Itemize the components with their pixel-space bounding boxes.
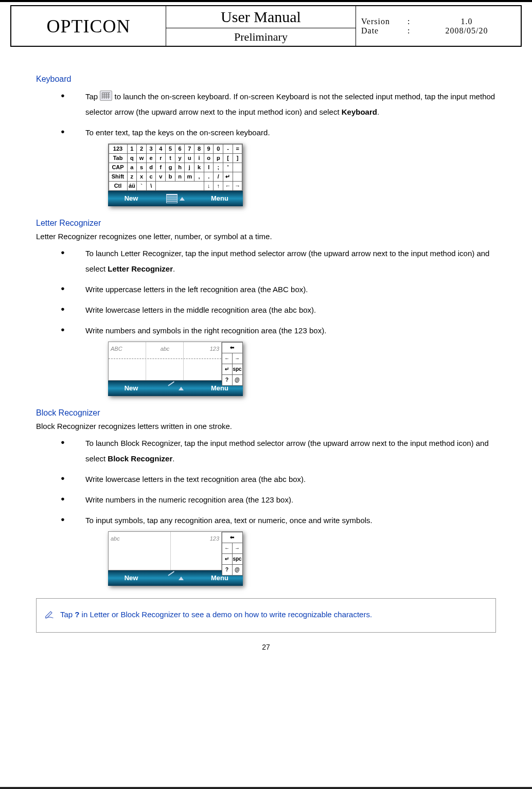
- meta-cell: Version : 1.0 Date : 2008/05/20: [356, 6, 522, 46]
- key[interactable]: Shift: [109, 172, 128, 182]
- key[interactable]: →: [233, 181, 243, 191]
- key[interactable]: 7: [184, 144, 194, 154]
- keyboard-icon: [100, 91, 112, 101]
- key[interactable]: \: [146, 181, 156, 191]
- key[interactable]: b: [165, 172, 175, 182]
- softkey-menu[interactable]: Menu: [197, 192, 243, 205]
- bullet-keyboard-launch: Tap to launch the on-screen keyboard. If…: [61, 89, 496, 120]
- key[interactable]: 9: [204, 144, 214, 154]
- key[interactable]: l: [204, 163, 214, 172]
- key[interactable]: ;: [213, 163, 223, 172]
- softkey-menu[interactable]: Menu: [197, 382, 243, 395]
- key[interactable]: 2: [136, 144, 147, 154]
- key[interactable]: `: [136, 181, 147, 191]
- key[interactable]: w: [136, 153, 147, 163]
- key[interactable]: k: [194, 163, 204, 172]
- key[interactable]: áü: [127, 181, 137, 191]
- recognizer-side-keys: ⬅ ← → ↵ spc ? @: [222, 342, 242, 380]
- key[interactable]: 0: [213, 144, 223, 154]
- key[interactable]: Tab: [109, 153, 128, 163]
- key[interactable]: ↑: [213, 181, 223, 191]
- pencil-note-icon: [44, 608, 55, 618]
- softkey-new[interactable]: New: [108, 571, 154, 585]
- key[interactable]: 1: [127, 144, 137, 154]
- key[interactable]: -: [223, 144, 233, 154]
- left-key[interactable]: ←: [222, 543, 233, 554]
- version-value: 1.0: [418, 17, 516, 26]
- key[interactable]: ': [223, 163, 233, 172]
- key[interactable]: f: [155, 163, 166, 172]
- key[interactable]: q: [127, 153, 137, 163]
- key[interactable]: 5: [165, 144, 175, 154]
- area-abc: abc: [146, 342, 184, 355]
- key[interactable]: h: [175, 163, 185, 172]
- key[interactable]: 8: [194, 144, 204, 154]
- backspace-key[interactable]: ⬅: [222, 342, 243, 353]
- key[interactable]: z: [127, 172, 137, 182]
- space-key[interactable]: spc: [232, 553, 243, 565]
- input-method-pen-icon[interactable]: [167, 574, 176, 582]
- bullet-block-launch: To launch Block Recognizer, tap the inpu…: [61, 436, 496, 467]
- key[interactable]: o: [204, 153, 214, 163]
- key[interactable]: u: [184, 153, 194, 163]
- key[interactable]: 123: [109, 144, 128, 154]
- key[interactable]: n: [175, 172, 185, 182]
- soft-menubar: New Menu: [108, 191, 243, 206]
- key[interactable]: .: [204, 172, 214, 182]
- backspace-key[interactable]: ⬅: [222, 532, 243, 543]
- key-space[interactable]: [155, 181, 204, 191]
- key[interactable]: 6: [175, 144, 185, 154]
- softkey-new[interactable]: New: [108, 382, 154, 395]
- key[interactable]: ↵: [223, 172, 233, 182]
- key[interactable]: v: [155, 172, 166, 182]
- key[interactable]: a: [127, 163, 137, 172]
- bullet-block-lower: Write lowercase letters in the text reco…: [61, 472, 496, 487]
- input-method-selector-arrow-icon[interactable]: [179, 577, 184, 580]
- key[interactable]: y: [175, 153, 185, 163]
- soft-menubar: New Menu: [108, 570, 243, 586]
- space-key[interactable]: spc: [232, 364, 243, 375]
- key[interactable]: ↓: [204, 181, 214, 191]
- enter-key[interactable]: ↵: [222, 553, 233, 565]
- key[interactable]: j: [184, 163, 194, 172]
- input-method-selector-arrow-icon[interactable]: [179, 387, 184, 390]
- key[interactable]: ]: [233, 153, 243, 163]
- key[interactable]: g: [165, 163, 175, 172]
- recognition-area[interactable]: ABC abc 123: [109, 342, 222, 380]
- key[interactable]: [: [223, 153, 233, 163]
- key[interactable]: /: [213, 172, 223, 182]
- input-method-selector-arrow-icon[interactable]: [180, 197, 185, 201]
- version-label: Version: [361, 17, 407, 26]
- recognition-area[interactable]: abc 123: [109, 532, 222, 570]
- area-123: 123: [165, 532, 222, 545]
- key[interactable]: s: [136, 163, 147, 172]
- key[interactable]: ,: [194, 172, 204, 182]
- area-ABC: ABC: [109, 342, 146, 355]
- key[interactable]: 4: [155, 144, 166, 154]
- key[interactable]: Ctl: [109, 181, 128, 191]
- bullet-keyboard-enter: To enter text, tap the keys on the on-sc…: [61, 125, 496, 206]
- key[interactable]: 3: [146, 144, 156, 154]
- softkey-menu[interactable]: Menu: [197, 571, 243, 585]
- input-method-pen-icon[interactable]: [167, 384, 176, 392]
- key[interactable]: d: [146, 163, 156, 172]
- key[interactable]: c: [146, 172, 156, 182]
- key[interactable]: x: [136, 172, 147, 182]
- key[interactable]: e: [146, 153, 156, 163]
- key[interactable]: =: [233, 144, 243, 154]
- date-label: Date: [361, 26, 407, 35]
- key[interactable]: t: [165, 153, 175, 163]
- key[interactable]: p: [213, 153, 223, 163]
- right-key[interactable]: →: [232, 543, 243, 554]
- softkey-new[interactable]: New: [108, 192, 154, 205]
- key[interactable]: CAP: [109, 163, 128, 172]
- key[interactable]: ←: [223, 181, 233, 191]
- right-key[interactable]: →: [232, 353, 243, 364]
- subtitle-cell: Preliminary: [166, 28, 356, 47]
- input-method-keyboard-icon[interactable]: [166, 194, 178, 203]
- key[interactable]: i: [194, 153, 204, 163]
- key[interactable]: m: [184, 172, 194, 182]
- left-key[interactable]: ←: [222, 353, 233, 364]
- enter-key[interactable]: ↵: [222, 364, 233, 375]
- key[interactable]: r: [155, 153, 166, 163]
